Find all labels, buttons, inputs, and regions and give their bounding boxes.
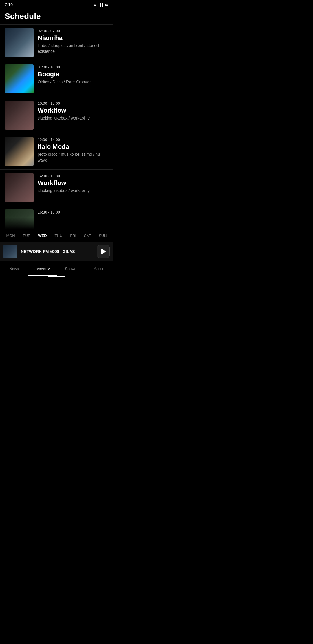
item-title: Workflow [38, 179, 108, 187]
play-icon [101, 249, 106, 254]
day-sun[interactable]: SUN [97, 232, 108, 239]
item-content: 12:00 - 14:00 Italo Moda proto disco / m… [38, 137, 108, 163]
item-time: 16:30 - 18:00 [38, 210, 108, 214]
schedule-item-partial[interactable]: 16:30 - 18:00 [0, 206, 113, 229]
item-content: 14:00 - 16:30 Workflow slacking jukebox … [38, 173, 108, 194]
item-content: 10:00 - 12:00 Workflow slacking jukebox … [38, 101, 108, 121]
status-icons: ▲ ▐▐ ▭ [93, 3, 108, 7]
item-title: Workflow [38, 107, 108, 114]
schedule-item-niamiha[interactable]: 02:00 - 07:00 Niamiha limbo / sleepless … [0, 25, 113, 61]
day-tue[interactable]: TUE [21, 232, 32, 239]
nav-news[interactable]: News [0, 265, 28, 272]
day-selector: MONTUEWEDTHUFRISATSUN [0, 229, 113, 242]
item-time: 07:00 - 10:00 [38, 65, 108, 69]
now-playing-bar[interactable]: NETWORK FM #009 - GILAS [0, 242, 113, 261]
now-playing-title: NETWORK FM #009 - GILAS [21, 249, 93, 254]
page-title: Schedule [5, 12, 108, 21]
bottom-nav: NewsScheduleShowsAbout [0, 261, 113, 274]
item-thumbnail [5, 101, 34, 130]
item-time: 14:00 - 16:30 [38, 174, 108, 178]
schedule-item-italomoda[interactable]: 12:00 - 14:00 Italo Moda proto disco / m… [0, 133, 113, 170]
day-sat[interactable]: SAT [82, 232, 93, 239]
item-tags: slacking jukebox / workabillly [38, 115, 108, 121]
item-content: 16:30 - 18:00 [38, 209, 108, 214]
item-thumbnail [5, 28, 34, 57]
now-playing-thumbnail [3, 245, 17, 258]
item-time: 02:00 - 07:00 [38, 29, 108, 33]
wifi-icon: ▲ [93, 3, 97, 7]
day-wed[interactable]: WED [36, 232, 48, 239]
item-tags: Oldies / Disco / Rare Grooves [38, 79, 108, 85]
schedule-item-workflow2[interactable]: 14:00 - 16:30 Workflow slacking jukebox … [0, 170, 113, 206]
item-time: 12:00 - 14:00 [38, 138, 108, 142]
item-tags: slacking jukebox / workabillly [38, 188, 108, 194]
item-tags: proto disco / musiko belíssimo / nu wave [38, 152, 108, 163]
item-thumbnail [5, 137, 34, 166]
page-header: Schedule [0, 9, 113, 25]
item-content: 07:00 - 10:00 Boogie Oldies / Disco / Ra… [38, 64, 108, 85]
day-fri[interactable]: FRI [68, 232, 78, 239]
schedule-list: 02:00 - 07:00 Niamiha limbo / sleepless … [0, 25, 113, 229]
status-bar: 7:10 ▲ ▐▐ ▭ [0, 0, 113, 9]
nav-schedule[interactable]: Schedule [28, 266, 57, 276]
item-thumbnail [5, 64, 34, 93]
schedule-item-workflow1[interactable]: 10:00 - 12:00 Workflow slacking jukebox … [0, 97, 113, 133]
item-title: Boogie [38, 70, 108, 78]
play-button[interactable] [97, 245, 110, 258]
item-title: Niamiha [38, 34, 108, 42]
signal-icon: ▐▐ [99, 3, 103, 7]
home-indicator [48, 276, 65, 277]
battery-icon: ▭ [105, 3, 108, 7]
item-content: 02:00 - 07:00 Niamiha limbo / sleepless … [38, 28, 108, 55]
nav-about[interactable]: About [85, 265, 113, 272]
item-thumbnail [5, 173, 34, 202]
item-thumbnail [5, 209, 34, 229]
day-mon[interactable]: MON [4, 232, 17, 239]
nav-shows[interactable]: Shows [57, 265, 85, 272]
item-tags: limbo / sleepless ambient / stoned exist… [38, 43, 108, 54]
item-time: 10:00 - 12:00 [38, 101, 108, 106]
day-thu[interactable]: THU [53, 232, 64, 239]
schedule-item-boogie[interactable]: 07:00 - 10:00 Boogie Oldies / Disco / Ra… [0, 61, 113, 97]
status-time: 7:10 [5, 2, 13, 7]
item-title: Italo Moda [38, 143, 108, 151]
